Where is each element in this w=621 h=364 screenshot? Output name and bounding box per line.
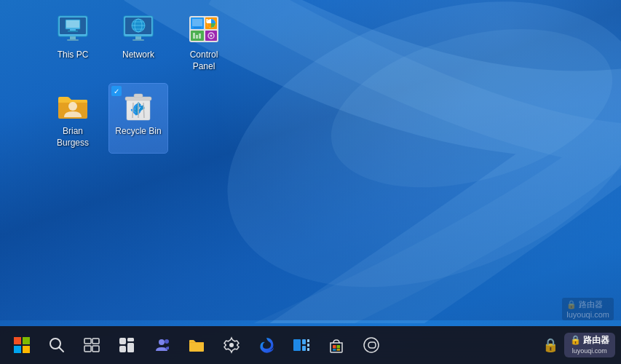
store-button[interactable] [320, 329, 352, 361]
svg-rect-10 [67, 39, 79, 41]
svg-line-47 [60, 348, 64, 352]
taskbar-left [6, 329, 387, 361]
windows-logo-icon [13, 336, 31, 354]
settings-icon [223, 336, 240, 354]
svg-rect-59 [293, 339, 301, 351]
svg-point-0 [188, 0, 621, 323]
svg-rect-64 [307, 348, 309, 351]
widgets-icon [119, 337, 135, 353]
desktop-icon-network[interactable]: Network [109, 7, 167, 76]
desktop-icon-this-pc[interactable]: This PC [44, 7, 102, 76]
svg-rect-50 [84, 346, 91, 352]
app1-button[interactable] [285, 329, 317, 361]
app1-icon [293, 336, 310, 354]
svg-rect-52 [119, 338, 126, 344]
svg-rect-18 [135, 36, 141, 39]
network-icon [121, 12, 156, 47]
svg-rect-30 [196, 35, 198, 39]
control-panel-icon [186, 12, 221, 47]
svg-rect-48 [84, 339, 91, 344]
svg-rect-45 [23, 346, 30, 353]
task-view-icon [84, 337, 100, 353]
svg-rect-6 [66, 20, 79, 28]
svg-rect-55 [119, 346, 126, 352]
svg-line-41 [143, 103, 144, 118]
desktop-icons-container: This PC [44, 7, 233, 153]
svg-rect-22 [192, 19, 202, 26]
watermark: 🔒 路由器luyouqi.com [562, 298, 614, 320]
desktop-icon-control-panel[interactable]: Control Panel [175, 7, 233, 76]
svg-rect-63 [307, 344, 309, 347]
svg-rect-31 [199, 33, 201, 39]
desktop-icon-brian-burgess[interactable]: Brian Burgess [44, 84, 102, 153]
svg-rect-51 [92, 346, 99, 352]
icon-row-1: This PC [44, 7, 233, 76]
network-label: Network [122, 50, 154, 61]
svg-rect-9 [70, 36, 76, 39]
desktop: This PC [0, 0, 621, 364]
svg-rect-49 [92, 339, 99, 344]
svg-rect-66 [337, 345, 341, 349]
svg-rect-67 [333, 349, 336, 351]
taskbar: 🔒 🔒 路由器 luyouqi.com [0, 326, 621, 364]
svg-rect-42 [14, 337, 21, 344]
svg-rect-54 [127, 343, 134, 352]
file-explorer-icon [188, 336, 205, 354]
svg-rect-62 [307, 339, 309, 342]
selected-checkmark: ✓ [111, 86, 122, 96]
svg-rect-27 [206, 19, 208, 23]
dell-button[interactable] [355, 329, 387, 361]
watermark-brand: 🔒 路由器 [570, 334, 609, 347]
edge-button[interactable] [250, 329, 282, 361]
svg-point-57 [165, 339, 169, 344]
network-tray-icon[interactable]: 🔒 [542, 337, 558, 353]
svg-rect-8 [68, 31, 78, 32]
svg-point-69 [364, 338, 379, 352]
system-tray-area: 🔒 🔒 路由器 luyouqi.com [542, 333, 615, 357]
chat-button[interactable] [146, 329, 178, 361]
file-explorer-button[interactable] [181, 329, 213, 361]
svg-rect-44 [14, 346, 21, 353]
svg-rect-61 [302, 346, 306, 351]
svg-point-35 [68, 102, 77, 111]
this-pc-label: This PC [58, 50, 89, 61]
svg-rect-43 [23, 337, 30, 344]
svg-rect-68 [337, 349, 341, 351]
control-panel-label: Control Panel [179, 50, 229, 72]
tray-icons[interactable]: 🔒 [542, 337, 558, 353]
dell-icon [363, 336, 380, 354]
search-button[interactable] [41, 329, 73, 361]
svg-rect-53 [127, 338, 134, 341]
watermark-text: 🔒 路由器luyouqi.com [566, 300, 609, 319]
desktop-icon-recycle-bin[interactable]: ✓ [109, 84, 167, 153]
start-button[interactable] [6, 329, 38, 361]
user-folder-icon [55, 88, 90, 123]
svg-point-58 [229, 343, 234, 347]
svg-rect-19 [132, 39, 144, 41]
store-icon [328, 336, 345, 354]
search-icon [49, 337, 65, 353]
teams-icon [153, 336, 170, 354]
svg-point-34 [210, 35, 213, 37]
svg-point-1 [314, 1, 621, 215]
this-pc-icon [55, 12, 90, 47]
svg-rect-24 [194, 28, 201, 28]
svg-rect-38 [134, 94, 143, 98]
tray-watermark: 🔒 路由器 luyouqi.com [564, 333, 615, 357]
svg-rect-60 [302, 339, 306, 344]
svg-rect-29 [193, 33, 195, 39]
recycle-bin-label: Recycle Bin [115, 126, 161, 138]
taskbar-right: 🔒 🔒 路由器 luyouqi.com [542, 333, 615, 357]
svg-point-56 [159, 339, 165, 345]
recycle-bin-icon [121, 88, 156, 123]
edge-icon [258, 336, 275, 354]
widgets-button[interactable] [111, 329, 143, 361]
svg-line-39 [132, 103, 133, 118]
watermark-url: luyouqi.com [570, 347, 609, 356]
task-view-button[interactable] [76, 329, 108, 361]
svg-rect-65 [333, 345, 336, 349]
settings-button[interactable] [215, 329, 248, 361]
brian-burgess-label: Brian Burgess [48, 126, 98, 149]
svg-rect-23 [195, 26, 199, 28]
svg-rect-7 [70, 29, 76, 31]
